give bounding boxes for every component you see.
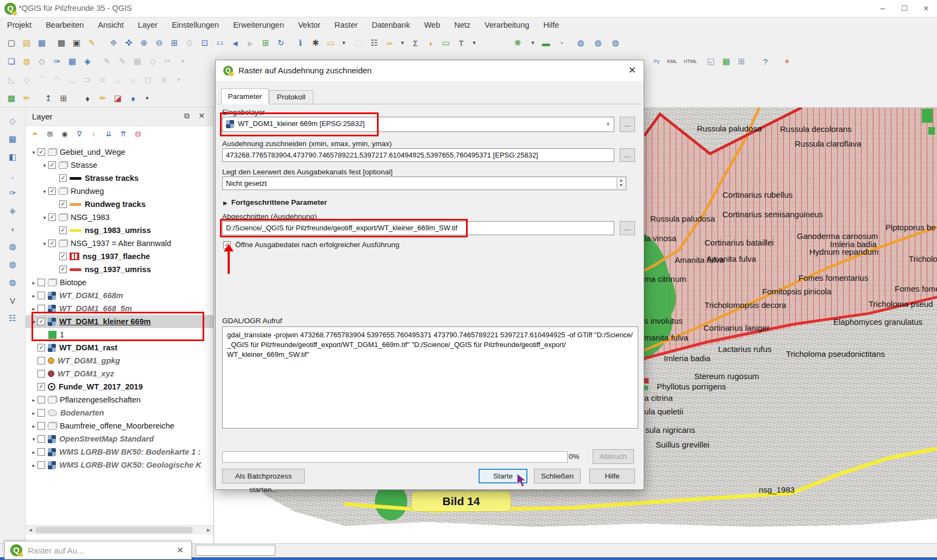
expander-icon[interactable]: ▾ [41,215,48,221]
layer-row-baumfreie-offene-moorbereiche[interactable]: ▸Baumfreie_offene_Moorbereiche [26,419,213,432]
temporal-controller-icon[interactable]: ◔ [554,36,568,50]
gdal-command-box[interactable]: gdal_translate -projwin 473268.776578390… [222,326,638,429]
pan-to-selection-icon[interactable]: ✜ [122,36,136,50]
layer-row-gebiet-und-wege[interactable]: ▾✓Gebiet_und_Wege [26,146,213,159]
close-dialog-button[interactable]: Schließen [534,469,581,483]
highlight-pencil-icon[interactable]: ✏ [96,91,110,105]
add-spatialite-layer-icon[interactable]: ✑ [5,186,20,200]
color-picker-icon[interactable]: ♦ [80,91,95,105]
add-postgis-layer-icon[interactable]: ◖ [5,222,20,236]
toggle-editing-icon[interactable]: ✎ [100,54,114,68]
menu-item-datenbank[interactable]: Datenbank [365,17,417,33]
input-browse-button[interactable]: … [620,117,635,132]
pan-map-icon[interactable]: ✥ [106,36,121,50]
select-features-icon[interactable]: ▭ [324,36,338,50]
locator-search-input[interactable] [196,545,275,556]
new-shapefile-layer-icon[interactable]: V [5,293,20,307]
circular-string-icon[interactable]: ⌒ [35,73,49,87]
menu-item-web[interactable]: Web [417,17,448,33]
layer-row-rundweg-tracks[interactable]: ✓Rundweg tracks [26,198,213,211]
layer-visibility-checkbox[interactable] [37,461,45,469]
expander-icon[interactable]: ▸ [30,397,37,403]
layer-visibility-checkbox[interactable] [37,370,45,377]
tab-parameter[interactable]: Parameter [221,89,269,104]
menu-item-vektor[interactable]: Vektor [291,17,328,33]
layer-visibility-checkbox[interactable]: ✓ [48,240,56,247]
pin-dropdown-icon[interactable]: ▼ [526,36,540,50]
layer-row-biotope[interactable]: ▸Biotope [26,276,213,289]
processing-toolbox-icon[interactable]: ❋ [511,36,525,50]
add-mesh-layer-icon[interactable]: ▦ [65,54,79,68]
layer-row-nsg-1937-alter-bannwald[interactable]: ▾✓NSG_1937 = Alter Bannwald [26,237,213,250]
extent-browse-button[interactable]: … [620,148,635,162]
add-feature-icon[interactable]: ◇ [146,54,160,68]
digitizing-dropdown-icon[interactable]: ▼ [172,73,186,87]
layer-row-nsg-1983-umriss[interactable]: ✓nsg_1983_umriss [26,224,213,237]
scrollbar-thumb[interactable] [35,527,193,533]
expander-icon[interactable]: ▾ [30,436,37,442]
expand-all-icon[interactable]: ⇊ [102,127,115,140]
spinner-icon[interactable]: ▲▼ [617,178,625,189]
menu-item-erweiterungen[interactable]: Erweiterungen [226,17,291,33]
layer-row-bodenarten[interactable]: ▸Bodenarten [26,406,213,419]
add-virtual-layer-icon[interactable]: ◈ [80,54,95,68]
layer-visibility-checkbox[interactable]: ✓ [59,200,67,208]
expander-icon[interactable]: ▾ [41,188,48,194]
new-annotation-icon[interactable]: ▭ [439,36,453,50]
add-raster-layer-icon[interactable]: ▦ [5,132,20,146]
layer-row-pflanzengesellschaften[interactable]: ▸Pflanzengesellschaften [26,393,213,406]
datasource-manager-icon[interactable]: ◍ [20,54,34,68]
layer-row-strasse[interactable]: ▾✓Strasse [26,159,213,172]
new-project-icon[interactable]: ▢ [4,36,18,50]
minimize-button[interactable]: ─ [872,0,894,17]
new-print-layout-icon[interactable]: ▩ [54,36,68,50]
layer-row-wt-dgm1-rast[interactable]: ✓WT_DGM1_rast [26,341,213,354]
open-attribute-table-icon[interactable]: ☷ [367,36,381,50]
zoom-to-selection-icon[interactable]: ⊙ [183,36,197,50]
delete-part-icon[interactable]: ⨯ [156,73,171,87]
zoom-next-icon[interactable]: ► [243,36,257,50]
layer-row-wms-lgrb-bw-gk50-geologische-k[interactable]: ▸WMS LGRB-BW GK50: Geologische K [26,458,213,471]
help-contents-icon[interactable]: ? [758,54,772,68]
layer-row-strasse-tracks[interactable]: ✓Strasse tracks [26,172,213,185]
new-map-view-icon[interactable]: ⊞ [259,36,273,50]
layer-visibility-checkbox[interactable] [37,279,45,286]
output-browse-button[interactable]: … [620,221,635,235]
nodata-spinbox[interactable]: Nicht gesetzt ▲▼ [222,177,626,190]
advanced-digitizing-icon[interactable]: ◺ [4,73,18,87]
layer-row-openstreetmap-standard[interactable]: ▾OpenStreetMap Standard [26,432,213,445]
georeferencer-icon[interactable]: ▩ [4,91,18,105]
collapse-all-icon[interactable]: ⇈ [117,127,130,140]
filter-legend-icon[interactable]: ∇ [73,127,86,140]
label-grid-icon[interactable]: ⊞ [56,91,71,105]
zoom-full-icon[interactable]: ⊞ [167,36,181,50]
layer-row-wms-lgrb-bw-bk50-bodenkarte-1-[interactable]: ▸WMS LGRB-BW BK50: Bodenkarte 1 : [26,445,213,458]
measure-icon[interactable]: ═ [382,36,397,50]
layer-tree-hscrollbar[interactable]: ◄ ► [26,525,213,534]
add-delimited-text-icon[interactable]: , [5,168,20,182]
layer-visibility-checkbox[interactable]: ✓ [37,383,45,391]
layer-visibility-checkbox[interactable]: ✓ [48,187,56,195]
dialog-close-icon[interactable]: ✕ [628,65,636,76]
layer-visibility-checkbox[interactable]: ✓ [48,213,56,221]
layer-visibility-checkbox[interactable] [37,357,45,364]
select-dropdown-icon[interactable]: ▼ [337,36,351,50]
expander-icon[interactable]: ▸ [30,462,37,468]
add-wcs-layer-icon[interactable]: ◍ [5,257,20,272]
color-grid-icon[interactable]: ▦ [719,54,733,68]
blue-marker-icon[interactable]: ♦ [126,91,140,105]
raster-export-icon[interactable]: ◱ [704,54,718,68]
zoom-to-layer-icon[interactable]: ⊡ [198,36,212,50]
layer-visibility-checkbox[interactable] [37,448,45,456]
text-annotation-icon[interactable]: T [454,36,468,50]
menu-item-netz[interactable]: Netz [447,17,477,33]
run-feature-action-icon[interactable]: ✱ [309,36,323,50]
layer-row-rundweg[interactable]: ▾✓Rundweg [26,185,213,198]
globe-view-icon[interactable]: ◍ [591,36,605,50]
rectangle-tool-icon[interactable]: ◻ [141,73,155,87]
identify-features-icon[interactable]: ℹ [293,36,307,50]
zoom-native-icon[interactable]: 1:1 [213,36,227,50]
map-tips-icon[interactable]: ◗ [424,36,438,50]
html-export-icon[interactable]: HTML [683,54,697,68]
zoom-last-icon[interactable]: ◄ [228,36,242,50]
